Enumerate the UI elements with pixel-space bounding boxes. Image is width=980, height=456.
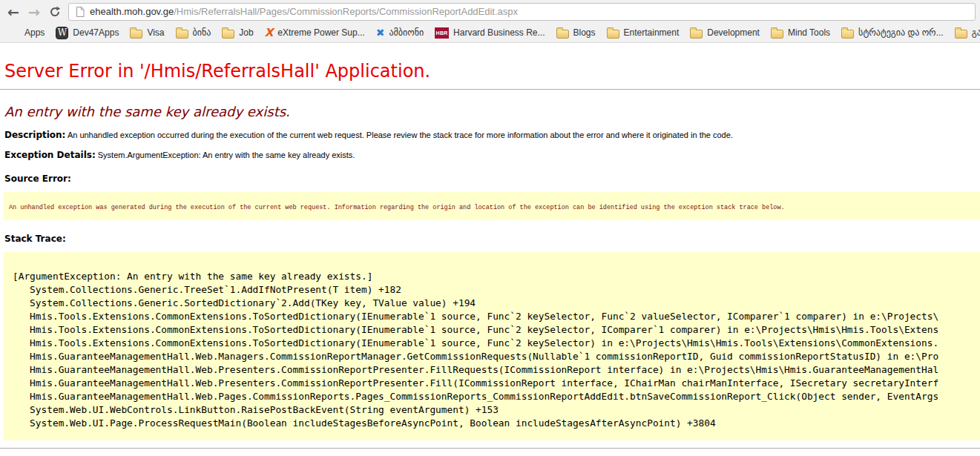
bookmark-item[interactable]: ✖ამბიონი — [371, 25, 429, 40]
back-icon[interactable]: ← — [3, 2, 24, 22]
exception-details-row: Exception Details: System.ArgumentExcept… — [4, 150, 980, 160]
bookmark-label: სტრატეგია და ორ... — [858, 27, 944, 38]
bookmark-item[interactable]: Visa — [125, 24, 169, 41]
stack-trace-label: Stack Trace: — [4, 234, 66, 244]
stack-trace-box: [ArgumentException: An entry with the sa… — [4, 252, 980, 440]
browser-toolbar: ← → ehealth.moh.gov.ge/Hmis/ReferralsHal… — [0, 0, 980, 23]
bookmark-item[interactable]: Apps — [4, 25, 50, 40]
bookmark-label: Apps — [24, 27, 45, 38]
bookmark-item[interactable]: ბინა — [171, 24, 217, 41]
bookmark-item[interactable]: XeXtreme Power Sup... — [260, 25, 370, 41]
error-title: Server Error in '/Hmis/ReferralsHall' Ap… — [4, 61, 980, 82]
wordpress-icon: W — [56, 27, 68, 39]
bookmark-item[interactable]: Job — [217, 24, 258, 41]
bookmark-item[interactable]: Blogs — [551, 24, 601, 41]
source-error-heading: Source Error: — [4, 171, 980, 185]
exception-details-text: System.ArgumentException: An entry with … — [98, 151, 355, 159]
apps-grid-icon — [10, 27, 20, 38]
error-page: Server Error in '/Hmis/ReferralsHall' Ap… — [0, 43, 980, 456]
bookmark-item[interactable]: Mind Tools — [766, 24, 835, 41]
bookmark-item[interactable]: Entertainment — [602, 24, 685, 41]
divider — [0, 89, 980, 90]
folder-icon — [556, 30, 569, 39]
bookmark-item[interactable]: განათლება — [950, 24, 980, 41]
folder-icon — [222, 30, 234, 39]
bookmark-label: ამბიონი — [389, 27, 424, 38]
description-row: Description: An unhandled exception occu… — [4, 130, 980, 140]
bookmark-label: განათლება — [972, 27, 980, 38]
folder-icon — [607, 30, 619, 39]
source-error-label: Source Error: — [4, 174, 71, 184]
bookmark-label: eXtreme Power Sup... — [277, 27, 364, 38]
url-path: /Hmis/ReferralsHall/Pages/CommissionRepo… — [174, 6, 518, 17]
hbr-icon: HBR — [435, 27, 449, 39]
bookmark-label: Dev47Apps — [73, 27, 119, 38]
exception-details-label: Exception Details: — [4, 150, 96, 160]
stack-trace-text: [ArgumentException: An entry with the sa… — [4, 252, 980, 440]
folder-icon — [771, 30, 783, 39]
folder-icon — [130, 30, 142, 39]
error-subtitle: An entry with the same key already exist… — [4, 104, 980, 119]
url-text: ehealth.moh.gov.ge/Hmis/ReferralsHall/Pa… — [90, 6, 518, 17]
bookmark-item[interactable]: სტრატეგია და ორ... — [836, 24, 949, 41]
bookmark-label: Visa — [147, 27, 164, 38]
bookmark-label: Development — [707, 27, 760, 38]
folder-icon — [955, 30, 967, 39]
bookmark-label: Harvard Business Re... — [453, 27, 545, 38]
forward-icon[interactable]: → — [24, 2, 45, 22]
bookmark-label: Entertainment — [624, 27, 680, 38]
divider — [0, 448, 980, 449]
bookmark-label: Blogs — [573, 27, 596, 38]
bookmark-item[interactable]: HBRHarvard Business Re... — [430, 25, 550, 41]
address-bar[interactable]: ehealth.moh.gov.ge/Hmis/ReferralsHall/Pa… — [68, 3, 976, 21]
blue-cross-icon: ✖ — [376, 27, 385, 38]
description-text: An unhandled exception occurred during t… — [68, 130, 733, 139]
folder-icon — [176, 30, 188, 39]
bookmark-label: Mind Tools — [788, 27, 830, 38]
page-icon[interactable] — [76, 7, 85, 17]
bookmark-item[interactable]: WDev47Apps — [50, 24, 124, 42]
x-letter-icon: X — [265, 27, 274, 39]
bookmark-item[interactable]: Development — [685, 24, 765, 41]
reload-icon[interactable] — [45, 2, 65, 22]
source-error-box: An unhandled exception was generated dur… — [4, 192, 980, 220]
description-label: Description: — [4, 130, 65, 140]
stack-trace-heading: Stack Trace: — [4, 231, 980, 245]
folder-icon — [841, 30, 854, 39]
bookmarks-bar: AppsWDev47AppsVisaბინაJobXeXtreme Power … — [0, 23, 980, 43]
bookmark-label: Job — [239, 27, 253, 38]
url-host: ehealth.moh.gov.ge — [90, 6, 174, 17]
folder-icon — [690, 30, 703, 39]
source-error-text: An unhandled exception was generated dur… — [9, 204, 785, 211]
bookmark-label: ბინა — [193, 27, 211, 38]
